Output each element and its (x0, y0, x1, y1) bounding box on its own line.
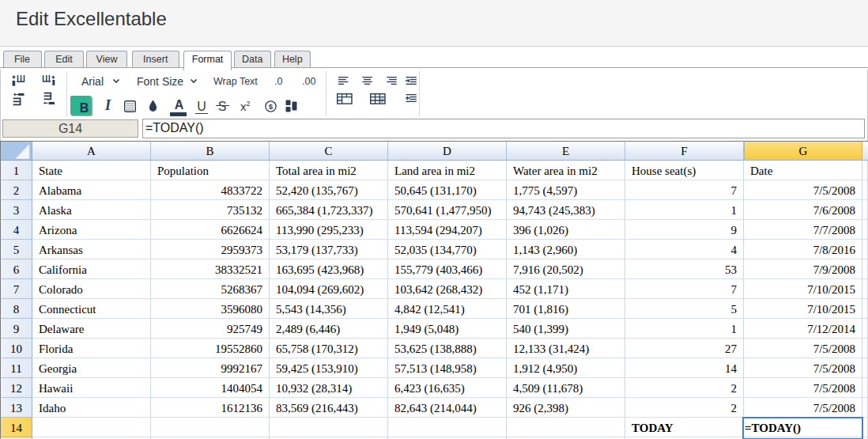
svg-text:$: $ (269, 102, 274, 111)
